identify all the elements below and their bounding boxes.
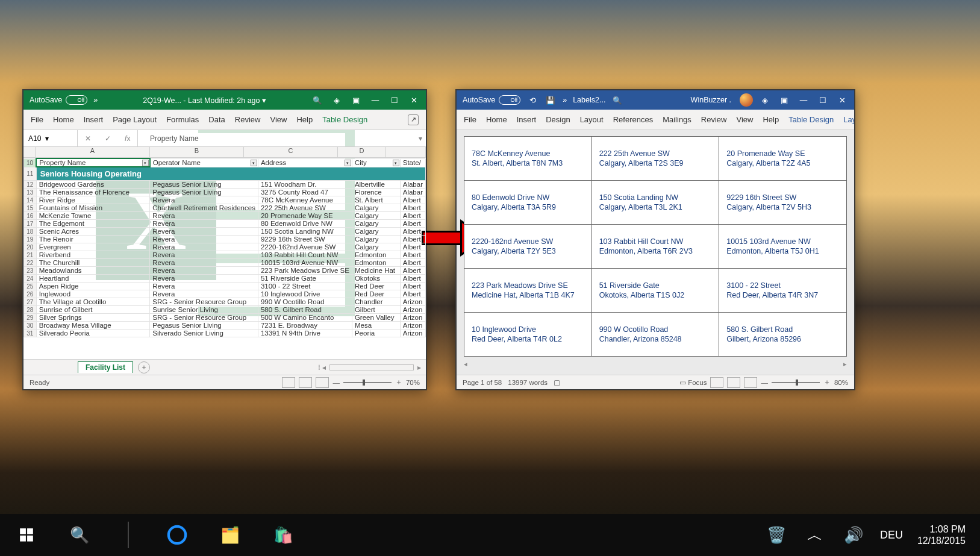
maximize-button[interactable]: ☐: [389, 96, 401, 105]
view-read-icon[interactable]: [710, 377, 723, 388]
svg-rect-0: [20, 528, 26, 534]
word-statusbar: Page 1 of 58 13997 words ▢ ▭ Focus — ＋ 8…: [457, 375, 854, 389]
file-explorer-icon[interactable]: 🗂️: [218, 523, 242, 547]
edge-icon[interactable]: [165, 523, 189, 547]
autosave-label: AutoSave: [30, 96, 62, 104]
minimize-button[interactable]: —: [369, 96, 381, 104]
excel-titlebar[interactable]: AutoSave Off » 2Q19-We... - Last Modifie…: [23, 90, 426, 110]
tab-design[interactable]: Design: [546, 115, 570, 124]
tab-layout[interactable]: Layout: [580, 115, 604, 124]
tab-references[interactable]: References: [613, 115, 653, 124]
search-icon[interactable]: 🔍: [311, 96, 323, 105]
word-document[interactable]: W 78C McKenney AvenueSt. Albert, Alberta…: [457, 130, 854, 375]
tab-home[interactable]: Home: [53, 115, 74, 124]
add-sheet-button[interactable]: +: [138, 361, 150, 373]
word-count[interactable]: 13997 words: [508, 379, 548, 386]
tab-help[interactable]: Help: [763, 115, 779, 124]
language-indicator[interactable]: DEU: [880, 529, 903, 542]
formula-input[interactable]: Property Name: [138, 134, 415, 143]
view-normal-icon[interactable]: [282, 377, 295, 388]
zoom-slider[interactable]: — ＋ 80%: [761, 378, 848, 387]
word-ribbon[interactable]: File Home Insert Design Layout Reference…: [457, 110, 854, 130]
sheet-tab-facility-list[interactable]: Facility List: [78, 361, 133, 373]
column-headers[interactable]: A B C D: [23, 147, 426, 158]
search-icon[interactable]: 🔍: [67, 523, 92, 547]
taskbar[interactable]: 🔍 🗂️ 🛍️ 🗑️ ︿ 🔊 DEU 1:08 PM 12/18/2015: [0, 514, 980, 556]
maximize-button[interactable]: ☐: [817, 96, 829, 105]
sync-icon[interactable]: ⟲: [526, 96, 538, 105]
word-window[interactable]: AutoSave Off ⟲ 💾 » Labels2... 🔍 WinBuzze…: [455, 89, 855, 390]
share-button[interactable]: ↗: [408, 114, 419, 125]
svg-rect-3: [27, 536, 33, 542]
tab-review[interactable]: Review: [235, 115, 261, 124]
account-name: WinBuzzer .: [629, 96, 734, 104]
tab-file[interactable]: File: [464, 115, 476, 124]
tab-review[interactable]: Review: [701, 115, 727, 124]
enter-icon[interactable]: ✓: [105, 134, 111, 143]
tab-table-layout[interactable]: Layout: [843, 115, 854, 124]
volume-icon[interactable]: 🔊: [841, 523, 866, 547]
user-avatar[interactable]: [740, 93, 753, 107]
view-print-icon[interactable]: [727, 377, 740, 388]
diamond-icon[interactable]: ◈: [759, 96, 771, 105]
tab-help[interactable]: Help: [296, 115, 313, 124]
excel-window[interactable]: X AutoSave Off » 2Q19-We... - Last Modif…: [22, 89, 427, 390]
tab-insert[interactable]: Insert: [84, 115, 104, 124]
document-title: 2Q19-We... - Last Modified: 2h ago ▾: [104, 96, 305, 105]
formula-bar: A10 ▾ ✕✓fx Property Name ▾: [23, 130, 426, 147]
svg-rect-1: [27, 528, 33, 534]
tab-data[interactable]: Data: [208, 115, 225, 124]
status-text: Ready: [30, 379, 49, 386]
svg-rect-2: [20, 536, 26, 542]
app-mode-icon[interactable]: ▣: [778, 96, 790, 105]
word-titlebar[interactable]: AutoSave Off ⟲ 💾 » Labels2... 🔍 WinBuzze…: [457, 90, 854, 110]
excel-ribbon[interactable]: File Home Insert Page Layout Formulas Da…: [23, 110, 426, 130]
store-icon[interactable]: 🛍️: [271, 523, 295, 547]
start-button[interactable]: [14, 523, 39, 547]
quick-access-more[interactable]: »: [563, 96, 567, 104]
autosave-toggle[interactable]: AutoSave Off: [463, 95, 520, 105]
view-web-icon[interactable]: [744, 377, 757, 388]
name-box[interactable]: A10 ▾: [23, 130, 78, 146]
tab-table-design[interactable]: Table Design: [322, 115, 367, 124]
close-button[interactable]: ✕: [836, 96, 848, 105]
close-button[interactable]: ✕: [408, 96, 420, 105]
zoom-slider[interactable]: — ＋ 70%: [332, 378, 420, 387]
spreadsheet-grid[interactable]: 10Property Name▾Operator Name▾Address▾Ci…: [23, 158, 426, 359]
app-mode-icon[interactable]: ▣: [350, 96, 362, 105]
tab-table-design[interactable]: Table Design: [788, 115, 834, 124]
tab-view[interactable]: View: [270, 115, 287, 124]
fx-icon[interactable]: fx: [125, 134, 130, 143]
spellcheck-icon[interactable]: ▢: [554, 378, 560, 387]
recycle-bin-icon[interactable]: 🗑️: [764, 523, 788, 547]
tab-view[interactable]: View: [736, 115, 753, 124]
clock[interactable]: 1:08 PM 12/18/2015: [917, 523, 966, 546]
save-icon[interactable]: 💾: [545, 96, 557, 105]
tab-insert[interactable]: Insert: [517, 115, 537, 124]
tab-mailings[interactable]: Mailings: [663, 115, 691, 124]
diamond-icon[interactable]: ◈: [331, 96, 343, 105]
tab-file[interactable]: File: [31, 115, 43, 124]
excel-statusbar: Ready — ＋ 70%: [23, 375, 426, 389]
tab-page-layout[interactable]: Page Layout: [113, 115, 157, 124]
autosave-toggle[interactable]: AutoSave Off: [30, 95, 87, 105]
view-page-layout-icon[interactable]: [299, 377, 312, 388]
document-title: Labels2...: [573, 96, 605, 104]
svg-point-4: [169, 526, 186, 543]
view-page-break-icon[interactable]: [316, 377, 329, 388]
tab-home[interactable]: Home: [486, 115, 507, 124]
focus-button[interactable]: ▭ Focus: [679, 378, 707, 387]
page-count[interactable]: Page 1 of 58: [463, 379, 502, 386]
cancel-icon[interactable]: ✕: [85, 134, 91, 143]
tab-formulas[interactable]: Formulas: [166, 115, 199, 124]
tray-chevron-icon[interactable]: ︿: [803, 523, 827, 547]
minimize-button[interactable]: —: [797, 96, 810, 104]
sheet-tabs[interactable]: Facility List + ⁞ ◂ ▸: [23, 359, 426, 375]
search-icon[interactable]: 🔍: [611, 96, 623, 105]
quick-access-more[interactable]: »: [93, 96, 98, 104]
